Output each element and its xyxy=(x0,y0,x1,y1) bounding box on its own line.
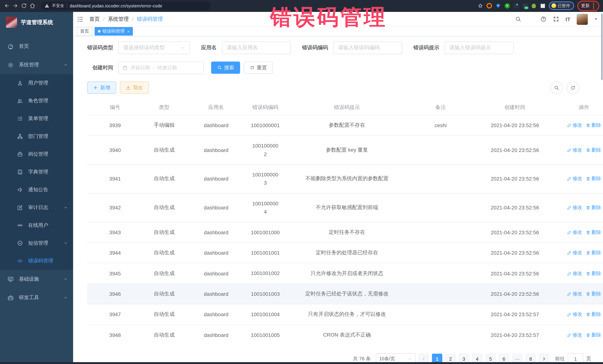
delete-link[interactable]: 删除 xyxy=(586,291,601,297)
reset-button[interactable]: 重置 xyxy=(244,62,273,74)
cell-memo xyxy=(410,304,471,325)
fullscreen-icon[interactable] xyxy=(553,16,559,22)
sidebar-item-通知公告[interactable]: 通知公告 xyxy=(0,181,73,199)
filter-code: 错误码编码 请输入错误码编码 xyxy=(302,42,402,54)
delete-link[interactable]: 删除 xyxy=(586,229,601,236)
help-icon[interactable] xyxy=(540,16,547,22)
toggle-search-button[interactable] xyxy=(550,82,563,94)
sidebar-item-label: 系统管理 xyxy=(19,62,39,68)
browser-home-icon[interactable] xyxy=(29,3,36,9)
sidebar-item-错误码管理[interactable]: 错误码管理 xyxy=(0,252,73,270)
search-icon[interactable] xyxy=(515,16,521,22)
ext-pin-icon[interactable] xyxy=(495,3,501,9)
delete-link[interactable]: 删除 xyxy=(586,270,601,277)
cell-type: 自动生成 xyxy=(143,136,186,165)
column-header: 创建时间 xyxy=(471,100,558,115)
window-bottom-edge xyxy=(0,362,603,364)
edit-icon xyxy=(567,230,571,235)
browser-menu-icon[interactable]: ⋮⋮ xyxy=(591,2,596,10)
breadcrumb-item[interactable]: 系统管理 xyxy=(108,16,129,22)
edit-link[interactable]: 修改 xyxy=(567,122,582,129)
delete-link[interactable]: 删除 xyxy=(586,122,601,129)
edit-link[interactable]: 修改 xyxy=(567,311,582,318)
goto-label: 前往 xyxy=(555,355,565,362)
browser-update-button[interactable]: 更新 ⋮⋮ xyxy=(577,0,599,11)
sidebar-item-基础设施[interactable]: 基础设施 xyxy=(0,270,73,288)
reset-refresh-icon xyxy=(250,66,255,70)
sidebar-item-系统管理[interactable]: 系统管理 xyxy=(0,55,73,74)
tab-首页[interactable]: 首页 xyxy=(77,27,93,36)
edit-link[interactable]: 修改 xyxy=(567,249,582,256)
viewport: 错误码管理 不安全 dashboard.yudao.iocoder.cn/sys… xyxy=(0,0,603,364)
breadcrumb-item[interactable]: 首页 xyxy=(89,16,100,22)
ext-key-icon[interactable] xyxy=(531,3,537,9)
collapse-sidebar-icon[interactable] xyxy=(77,16,83,22)
delete-link[interactable]: 删除 xyxy=(586,204,601,211)
code-input[interactable]: 请输入错误码编码 xyxy=(333,42,402,54)
delete-link[interactable]: 删除 xyxy=(586,176,601,182)
delete-link[interactable]: 删除 xyxy=(586,147,601,153)
delete-link[interactable]: 删除 xyxy=(586,332,601,338)
cell-type: 自动生成 xyxy=(143,304,186,325)
browser-reload-icon[interactable] xyxy=(21,3,27,9)
ext-green-icon[interactable]: V xyxy=(504,3,510,9)
avatar-caret-down-icon[interactable]: ▼ xyxy=(594,17,598,21)
sidebar-item-字典管理[interactable]: 字典管理 xyxy=(0,163,73,181)
browser-forward-icon[interactable] xyxy=(12,3,19,9)
font-size-icon[interactable]: tT xyxy=(566,17,570,22)
sidebar-item-用户管理[interactable]: 用户管理 xyxy=(0,74,73,92)
edit-link[interactable]: 修改 xyxy=(567,229,582,236)
trash-icon xyxy=(586,148,590,152)
sidebar-item-菜单管理[interactable]: 菜单管理 xyxy=(0,110,73,128)
tab-错误码管理[interactable]: 错误码管理× xyxy=(95,27,133,36)
sidebar-item-部门管理[interactable]: 部门管理 xyxy=(0,128,73,145)
export-button[interactable]: 导出 xyxy=(120,82,149,94)
sidebar-item-在线用户[interactable]: 在线用户 xyxy=(0,217,73,234)
ext-puzzle-icon[interactable] xyxy=(540,3,545,9)
edit-link[interactable]: 修改 xyxy=(567,270,582,277)
delete-link[interactable]: 删除 xyxy=(586,249,601,256)
type-select[interactable]: 请选择错误码类型 xyxy=(118,42,190,54)
delete-link[interactable]: 删除 xyxy=(586,311,601,318)
sidebar-item-label: 岗位管理 xyxy=(28,151,48,157)
edit-link[interactable]: 修改 xyxy=(567,332,582,338)
sidebar-item-研发工具[interactable]: 研发工具 xyxy=(0,288,73,307)
ext-orange-icon[interactable] xyxy=(487,3,492,9)
sidebar-item-岗位管理[interactable]: 岗位管理 xyxy=(0,145,73,163)
search-button[interactable]: 搜索 xyxy=(211,62,240,74)
address-bar[interactable]: 不安全 dashboard.yudao.iocoder.cn/system/er… xyxy=(41,1,211,10)
cell-code: 1001001005 xyxy=(247,325,284,345)
user-avatar[interactable] xyxy=(577,14,588,25)
github-icon[interactable] xyxy=(528,16,534,22)
paused-extension-chip[interactable]: 已暂停 xyxy=(549,1,574,10)
trash-icon xyxy=(586,251,590,255)
cell-time: 2021-04-20 23:52:56 xyxy=(471,136,558,165)
bookmark-star-icon[interactable] xyxy=(477,3,483,9)
sidebar-item-短信管理[interactable]: 短信管理 xyxy=(0,234,73,252)
page-scrollbar[interactable] xyxy=(601,13,603,80)
browser-back-icon[interactable] xyxy=(4,3,10,9)
edit-link[interactable]: 修改 xyxy=(567,176,582,182)
close-tab-icon[interactable]: × xyxy=(127,29,130,34)
page-size-value: 10条/页 xyxy=(379,356,395,362)
sidebar-item-角色管理[interactable]: 角色管理 xyxy=(0,92,73,110)
tab-label: 错误码管理 xyxy=(103,28,125,35)
edit-link[interactable]: 修改 xyxy=(567,147,582,153)
edit-link[interactable]: 修改 xyxy=(567,291,582,297)
ext-grid-icon[interactable] xyxy=(513,3,519,9)
edit-link[interactable]: 修改 xyxy=(567,204,582,211)
cell-type: 自动生成 xyxy=(143,263,186,284)
cell-memo: ceshi xyxy=(410,115,471,136)
refresh-table-button[interactable] xyxy=(567,82,579,94)
ext-list-on-icon[interactable]: on xyxy=(522,3,528,9)
sidebar-item-审计日志[interactable]: 审计日志 xyxy=(0,199,73,217)
add-button[interactable]: 新增 xyxy=(87,82,116,94)
date-range-input[interactable]: 开始日期 - 结束日期 xyxy=(118,62,204,74)
calendar-icon xyxy=(122,65,128,70)
sidebar-item-首页[interactable]: 首页 xyxy=(0,37,73,55)
msg-input[interactable]: 请输入错误码提示 xyxy=(445,42,514,54)
sidebar-item-label: 首页 xyxy=(19,43,29,50)
breadcrumb-item[interactable]: 错误码管理 xyxy=(137,16,163,22)
cell-id: 3939 xyxy=(87,115,143,136)
app-input[interactable]: 请输入应用名 xyxy=(222,42,291,54)
